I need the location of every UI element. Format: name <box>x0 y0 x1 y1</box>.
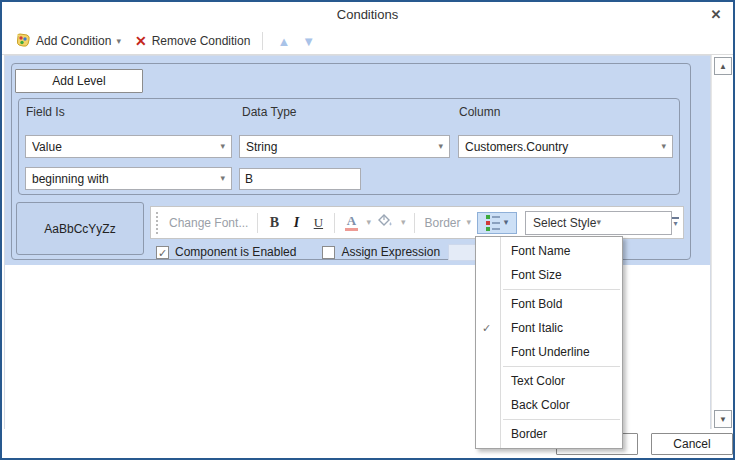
toolbar-overflow-button[interactable]: ▾ <box>672 217 679 228</box>
toolbar-separator <box>262 32 263 50</box>
data-type-label: Data Type <box>242 105 296 119</box>
component-enabled-label: Component is Enabled <box>175 245 296 259</box>
data-type-dropdown-icon: ▾ <box>438 142 443 151</box>
operator-select[interactable]: beginning with ▾ <box>25 167 232 190</box>
condition-value-input[interactable] <box>239 168 361 190</box>
remove-condition-label: Remove Condition <box>152 34 251 48</box>
underline-icon: U <box>314 215 323 231</box>
vertical-scrollbar[interactable]: ▲ ▼ <box>711 55 732 430</box>
change-font-button[interactable]: Change Font... <box>165 216 252 230</box>
toolbar-grip-handle[interactable] <box>156 212 159 234</box>
menu-item-label: Font Size <box>511 268 562 282</box>
text-color-button[interactable]: A <box>340 212 362 234</box>
italic-button[interactable]: I <box>285 212 307 234</box>
dialog-title: Conditions <box>2 2 733 28</box>
conditions-toolbar: Add Condition ▾ ✕ Remove Condition ▲ ▼ <box>2 28 733 54</box>
format-separator <box>334 213 335 233</box>
cancel-button[interactable]: Cancel <box>651 433 733 455</box>
field-is-dropdown-icon: ▾ <box>220 142 225 151</box>
menu-item-label: Font Name <box>511 244 570 258</box>
format-separator <box>414 213 415 233</box>
assign-expression-checkbox[interactable] <box>322 246 335 259</box>
scroll-up-button[interactable]: ▲ <box>714 57 732 75</box>
back-color-dropdown-icon[interactable]: ▾ <box>401 218 406 227</box>
field-is-value: Value <box>32 140 216 154</box>
underline-button[interactable]: U <box>307 212 329 234</box>
menu-item-border[interactable]: Border <box>476 422 622 446</box>
field-is-select[interactable]: Value ▾ <box>25 135 232 158</box>
menu-item-back-color[interactable]: Back Color <box>476 393 622 417</box>
operator-dropdown-icon: ▾ <box>220 174 225 183</box>
condition-item-border: Add Level Field Is Data Type Column Valu… <box>11 63 691 260</box>
column-select[interactable]: Customers.Country ▾ <box>458 135 673 158</box>
conditions-dialog: Conditions ✕ Add Condition ▾ ✕ Remove Co… <box>0 0 735 460</box>
add-condition-icon <box>15 32 31 51</box>
menu-separator <box>503 289 620 290</box>
menu-item-label: Font Bold <box>511 297 562 311</box>
menu-item-label: Font Underline <box>511 345 590 359</box>
options-row: ✓ Component is Enabled Assign Expression <box>156 245 440 259</box>
column-label: Column <box>459 105 500 119</box>
menu-item-label: Border <box>511 427 547 441</box>
close-icon[interactable]: ✕ <box>708 7 724 23</box>
permissions-dropdown-icon: ▾ <box>504 218 509 227</box>
remove-condition-button[interactable]: ✕ Remove Condition <box>131 32 254 50</box>
fill-bucket-icon <box>378 214 393 231</box>
select-style-dropdown-icon: ▾ <box>596 218 601 227</box>
text-color-dropdown-icon[interactable]: ▾ <box>366 218 371 227</box>
data-type-value: String <box>246 140 434 154</box>
add-level-button[interactable]: Add Level <box>15 69 143 93</box>
add-condition-label: Add Condition <box>36 34 111 48</box>
condition-fields-group: Field Is Data Type Column Value ▾ String… <box>18 98 680 195</box>
data-type-select[interactable]: String ▾ <box>239 135 450 158</box>
menu-item-font-name[interactable]: Font Name <box>476 239 622 263</box>
field-is-label: Field Is <box>26 105 65 119</box>
italic-icon: I <box>294 215 299 231</box>
assign-expression-label: Assign Expression <box>341 245 440 259</box>
menu-item-label: Back Color <box>511 398 570 412</box>
conditions-list-icon <box>486 215 500 231</box>
format-toolbar: Change Font... B I U A ▾ <box>150 206 684 239</box>
overflow-arrow-icon: ▾ <box>674 220 678 228</box>
title-bar: Conditions ✕ <box>2 2 733 28</box>
border-button[interactable]: Border <box>420 216 464 230</box>
menu-item-label: Text Color <box>511 374 565 388</box>
component-enabled-checkbox[interactable]: ✓ <box>156 246 169 259</box>
menu-item-label: Font Italic <box>511 321 563 335</box>
bold-button[interactable]: B <box>263 212 285 234</box>
menu-separator <box>503 419 620 420</box>
check-icon: ✓ <box>482 316 496 340</box>
move-up-button[interactable]: ▲ <box>271 33 296 50</box>
text-color-icon: A <box>345 214 358 231</box>
dialog-footer: OK Cancel <box>2 429 733 458</box>
scroll-down-button[interactable]: ▼ <box>714 410 732 428</box>
border-dropdown-icon[interactable]: ▾ <box>466 218 471 227</box>
column-value: Customers.Country <box>465 140 657 154</box>
remove-condition-icon: ✕ <box>135 34 147 48</box>
menu-separator <box>503 366 620 367</box>
condition-item-panel[interactable]: Add Level Field Is Data Type Column Valu… <box>5 56 710 265</box>
style-options-menu: Font Name Font Size Font Bold ✓ Font Ita… <box>475 236 623 449</box>
menu-item-font-bold[interactable]: Font Bold <box>476 292 622 316</box>
select-style-value: Select Style <box>533 216 596 230</box>
add-condition-button[interactable]: Add Condition ▾ <box>11 30 125 53</box>
permissions-list-button[interactable]: ▾ <box>477 212 517 234</box>
add-condition-dropdown-icon: ▾ <box>116 37 121 46</box>
menu-item-font-size[interactable]: Font Size <box>476 263 622 287</box>
operator-value: beginning with <box>32 172 216 186</box>
style-preview-box: AaBbCcYyZz <box>16 202 144 255</box>
format-separator <box>257 213 258 233</box>
back-color-button[interactable] <box>375 212 397 234</box>
select-style-combo[interactable]: Select Style ▾ <box>525 211 672 235</box>
menu-item-font-underline[interactable]: Font Underline <box>476 340 622 364</box>
column-dropdown-icon: ▾ <box>661 142 666 151</box>
move-down-button[interactable]: ▼ <box>296 33 321 50</box>
menu-item-text-color[interactable]: Text Color <box>476 369 622 393</box>
bold-icon: B <box>270 215 279 231</box>
menu-item-font-italic[interactable]: ✓ Font Italic <box>476 316 622 340</box>
